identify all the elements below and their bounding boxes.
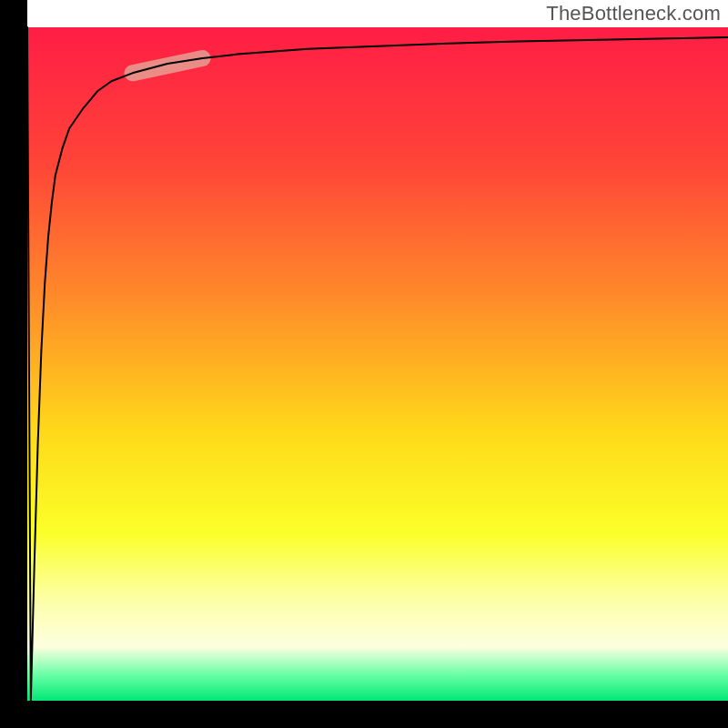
bottleneck-chart (0, 0, 728, 728)
y-axis (0, 0, 27, 728)
x-axis (0, 701, 728, 728)
watermark-label: TheBottleneck.com (546, 2, 721, 25)
chart-background (27, 27, 728, 701)
